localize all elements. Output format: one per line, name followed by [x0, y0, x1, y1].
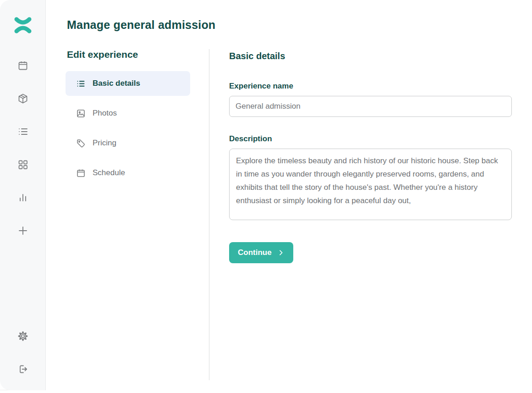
xola-logo-icon [14, 17, 32, 34]
sidebar-item-reports[interactable] [17, 192, 28, 203]
sidebar-icon-rail [0, 60, 46, 236]
logout-icon [17, 364, 28, 375]
description-textarea[interactable]: Explore the timeless beauty and rich his… [229, 149, 512, 220]
nav-item-label: Schedule [93, 168, 125, 177]
sidebar-item-calendar[interactable] [17, 60, 28, 71]
description-label: Description [229, 134, 512, 144]
edit-experience-nav: Edit experience Basic details [67, 49, 209, 380]
sidebar-item-settings[interactable] [17, 331, 28, 342]
app-window: Manage general admission Edit experience [0, 0, 532, 393]
bar-chart-icon [17, 192, 28, 203]
plus-icon [17, 225, 28, 236]
sidebar-bottom-rail [0, 331, 46, 375]
sidebar-item-inventory[interactable] [17, 93, 28, 104]
grid-icon [17, 159, 28, 170]
gear-icon [17, 331, 28, 342]
experience-name-label: Experience name [229, 82, 512, 91]
continue-button[interactable]: Continue [229, 242, 293, 263]
sidebar-item-add[interactable] [17, 225, 28, 236]
calendar-icon [76, 168, 86, 178]
experience-name-input[interactable] [229, 96, 512, 117]
basic-details-panel: Basic details Experience name Descriptio… [209, 49, 512, 380]
app-logo[interactable] [0, 17, 46, 34]
calendar-icon [17, 60, 28, 71]
nav-heading: Edit experience [67, 49, 209, 60]
chevron-right-icon [277, 249, 285, 256]
package-icon [17, 93, 28, 104]
section-title: Basic details [229, 51, 512, 61]
tag-icon [76, 138, 86, 148]
app-card: Manage general admission Edit experience [0, 0, 532, 390]
sidebar-item-lists[interactable] [17, 126, 28, 137]
image-icon [76, 108, 86, 118]
nav-item-label: Pricing [93, 138, 116, 148]
sidebar-item-logout[interactable] [17, 364, 28, 375]
nav-item-label: Photos [93, 109, 117, 118]
sidebar-item-apps[interactable] [17, 159, 28, 170]
page-title: Manage general admission [67, 18, 512, 32]
continue-button-label: Continue [238, 248, 272, 257]
nav-list: Basic details Photos [66, 71, 190, 185]
nav-item-photos[interactable]: Photos [66, 101, 190, 126]
sidebar [0, 0, 46, 390]
nav-item-basic-details[interactable]: Basic details [66, 71, 190, 96]
main-content: Manage general admission Edit experience [46, 0, 532, 390]
list-icon [17, 126, 28, 137]
list-details-icon [76, 78, 86, 89]
nav-item-schedule[interactable]: Schedule [66, 161, 190, 185]
nav-item-label: Basic details [93, 79, 140, 88]
nav-item-pricing[interactable]: Pricing [66, 131, 190, 155]
